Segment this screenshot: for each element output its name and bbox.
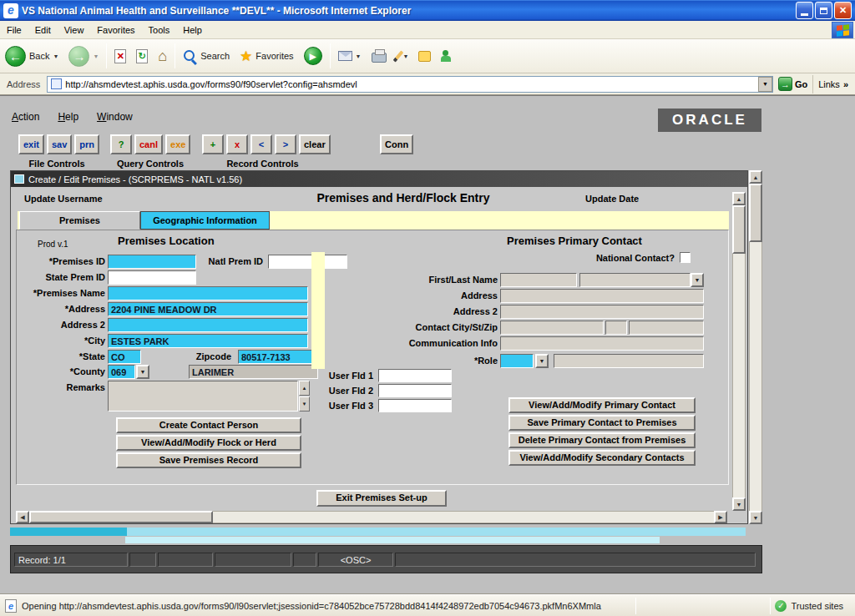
applet-menu-action[interactable]: Action (12, 111, 39, 123)
contact-address-field[interactable] (500, 289, 704, 303)
natl-prem-id-field[interactable] (268, 255, 347, 269)
form-scroll-right-button[interactable]: ▶ (714, 511, 727, 523)
form-scroll-down-button[interactable]: ▼ (732, 497, 746, 511)
applet-menu-help[interactable]: Help (58, 111, 78, 123)
role-field[interactable] (500, 354, 534, 368)
discuss-button[interactable] (413, 42, 436, 70)
links-button[interactable]: Links » (812, 75, 855, 93)
applet-scroll-down-button[interactable]: ▼ (749, 511, 762, 524)
record-add-button[interactable]: + (202, 134, 224, 154)
toolbar-separator (175, 43, 175, 68)
stop-button[interactable]: ✕ (109, 42, 131, 70)
county-code-field[interactable]: 069 (108, 365, 135, 379)
exit-button-toolbar[interactable]: exit (18, 134, 44, 154)
record-next-button[interactable]: > (275, 134, 296, 154)
home-button[interactable]: ⌂ (153, 42, 172, 70)
applet-scroll-up-button[interactable]: ▲ (749, 170, 762, 184)
save-premises-record-button[interactable]: Save Premises Record (116, 452, 301, 468)
back-button[interactable]: ← Back ▼ (0, 42, 63, 70)
contact-zip-field[interactable] (629, 321, 704, 335)
city-field[interactable]: ESTES PARK (108, 334, 308, 348)
remarks-scroll-up-button[interactable]: ▲ (299, 381, 310, 396)
edit-button[interactable]: ▼ (392, 42, 414, 70)
record-controls-label: Record Controls (202, 159, 323, 169)
first-name-field[interactable] (500, 273, 577, 287)
record-clear-button[interactable]: clear (299, 134, 331, 154)
state-field[interactable]: CO (108, 350, 141, 364)
query-cancel-button[interactable]: canl (134, 134, 163, 154)
favorites-button[interactable]: ★ Favorites (235, 42, 299, 70)
print-button[interactable] (367, 42, 392, 70)
mail-button[interactable]: ▼ (333, 42, 367, 70)
user-fld-1-field[interactable] (378, 369, 452, 382)
menu-edit[interactable]: Edit (28, 23, 58, 38)
maximize-button[interactable] (815, 2, 832, 19)
record-previous-button[interactable]: < (250, 134, 272, 154)
windows-logo-icon (832, 22, 853, 38)
address-field[interactable]: 2204 PINE MEADOW DR (108, 302, 308, 316)
remarks-scroll-down-button[interactable]: ▼ (299, 396, 310, 412)
user-fld-2-field[interactable] (378, 384, 452, 397)
form-scroll-up-button[interactable]: ▲ (732, 192, 746, 205)
menu-file[interactable]: File (0, 23, 28, 38)
save-button-toolbar[interactable]: sav (47, 134, 72, 154)
form-vscroll-thumb[interactable] (732, 205, 746, 254)
close-button[interactable]: ✕ (834, 2, 852, 19)
county-dropdown-button[interactable]: ▼ (136, 365, 149, 379)
premises-name-field[interactable] (108, 286, 308, 300)
role-dropdown-button[interactable]: ▼ (535, 354, 549, 368)
address-input[interactable] (65, 78, 758, 91)
menu-view[interactable]: View (58, 23, 91, 38)
edit-dropdown-icon[interactable]: ▼ (403, 53, 409, 59)
menu-favorites[interactable]: Favorites (90, 23, 141, 38)
conn-button[interactable]: Conn (380, 134, 413, 154)
user-fld-3-field[interactable] (378, 399, 452, 412)
media-button[interactable]: ▶ (299, 42, 327, 70)
view-add-modify-primary-contact-button[interactable]: View/Add/Modify Primary Contact (508, 397, 696, 413)
contact-address2-field[interactable] (500, 305, 704, 319)
address2-field[interactable] (108, 318, 308, 332)
update-username-label: Update Username (24, 194, 103, 204)
contact-state-field[interactable] (605, 321, 627, 335)
view-add-modify-secondary-contacts-button[interactable]: View/Add/Modify Secondary Contacts (508, 450, 696, 466)
tab-geographic-information[interactable]: Geographic Information (140, 211, 270, 230)
form-scroll-left-button[interactable]: ◀ (16, 511, 29, 523)
messenger-button[interactable] (436, 42, 460, 70)
premises-id-field[interactable] (108, 255, 196, 269)
forward-button[interactable]: → ▼ (63, 42, 104, 70)
menu-help[interactable]: Help (176, 23, 209, 38)
minimize-button[interactable] (796, 2, 813, 19)
print-button-toolbar[interactable]: prn (74, 134, 99, 154)
menu-tools[interactable]: Tools (142, 23, 177, 38)
search-button[interactable]: Search (178, 42, 235, 70)
mail-dropdown-icon[interactable]: ▼ (356, 53, 362, 59)
query-help-button[interactable]: ? (110, 134, 132, 154)
delete-primary-contact-button[interactable]: Delete Primary Contact from Premises (508, 432, 696, 448)
ie-logo-icon: e (3, 3, 18, 18)
status-cell (129, 553, 156, 567)
applet-vscroll-thumb[interactable] (749, 184, 762, 242)
view-add-modify-flock-button[interactable]: View/Add/Modify Flock or Herd (116, 435, 301, 451)
tab-premises[interactable]: Premises (19, 211, 140, 230)
save-primary-contact-button[interactable]: Save Primary Contact to Premises (508, 415, 696, 431)
back-dropdown-icon[interactable]: ▼ (53, 53, 58, 59)
applet-menu-window[interactable]: Window (97, 111, 133, 123)
national-contact-checkbox[interactable] (680, 252, 691, 263)
remarks-field[interactable] (108, 381, 298, 412)
last-name-dropdown-button[interactable]: ▼ (691, 273, 704, 287)
status-cell (158, 553, 213, 567)
query-execute-button[interactable]: exe (165, 134, 190, 154)
create-contact-person-button[interactable]: Create Contact Person (116, 417, 301, 433)
refresh-button[interactable]: ↻ (131, 42, 153, 70)
city-label: *City (16, 336, 105, 346)
address-dropdown-button[interactable]: ▼ (758, 77, 772, 92)
go-button[interactable]: → Go (773, 77, 812, 91)
exit-premises-setup-button[interactable]: Exit Premises Set-up (316, 490, 447, 507)
record-delete-button[interactable]: x (226, 134, 248, 154)
state-prem-id-field[interactable] (108, 270, 196, 285)
contact-city-field[interactable] (500, 321, 604, 335)
form-hscroll-thumb[interactable] (29, 511, 213, 523)
communication-info-field[interactable] (500, 336, 704, 351)
zipcode-field[interactable]: 80517-7133 (238, 350, 318, 364)
last-name-field[interactable] (579, 273, 691, 287)
